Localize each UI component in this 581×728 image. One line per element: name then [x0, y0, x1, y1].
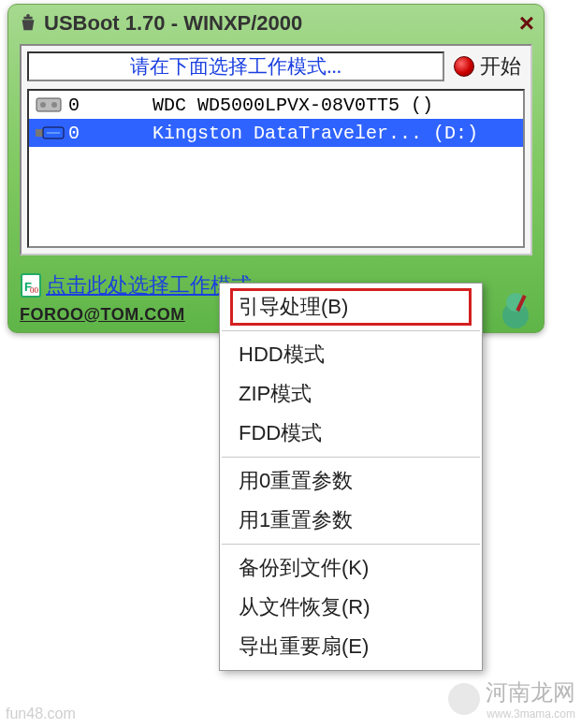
usb-icon	[18, 13, 38, 34]
svg-point-3	[51, 102, 57, 108]
top-row: 请在下面选择工作模式... 开始	[27, 51, 525, 81]
drive-index: 0	[66, 95, 153, 116]
menu-item[interactable]: 引导处理(B)	[220, 287, 482, 327]
menu-item[interactable]: HDD模式	[220, 335, 482, 374]
drive-index: 0	[66, 123, 153, 144]
menu-separator	[222, 544, 480, 545]
window-title: USBoot 1.70 - WINXP/2000	[44, 11, 302, 36]
watermark-cn: 河南龙网	[486, 679, 575, 705]
titlebar[interactable]: USBoot 1.70 - WINXP/2000 ×	[8, 5, 544, 42]
menu-item[interactable]: 备份到文件(K)	[220, 548, 482, 588]
svg-rect-4	[36, 129, 43, 137]
drive-row[interactable]: 0Kingston DataTraveler... (D:)	[29, 119, 523, 147]
svg-point-0	[26, 14, 30, 18]
instruction-box: 请在下面选择工作模式...	[27, 51, 444, 81]
usb-plug-icon	[35, 123, 66, 143]
watermark-right: 河南龙网 www.3mama.com	[448, 677, 575, 721]
close-icon[interactable]: ×	[519, 8, 534, 38]
start-label: 开始	[480, 52, 521, 80]
menu-separator	[222, 457, 480, 458]
menu-item[interactable]: 从文件恢复(R)	[220, 588, 482, 627]
hdd-icon	[35, 95, 66, 115]
main-panel: 请在下面选择工作模式... 开始 0WDC WD5000LPVX-08V0TT5…	[20, 44, 532, 255]
f00-icon: F00	[20, 272, 42, 298]
mode-link[interactable]: F00 点击此处选择工作模式	[20, 271, 252, 299]
drive-list[interactable]: 0WDC WD5000LPVX-08V0TT5 ()0Kingston Data…	[27, 89, 525, 248]
menu-item[interactable]: ZIP模式	[220, 374, 482, 414]
context-menu: 引导处理(B)HDD模式ZIP模式FDD模式用0重置参数用1重置参数备份到文件(…	[219, 283, 483, 671]
svg-text:00: 00	[30, 285, 39, 295]
menu-item[interactable]: 用0重置参数	[220, 461, 482, 501]
watermark-url: www.3mama.com	[486, 707, 575, 721]
drive-label: WDC WD5000LPVX-08V0TT5 ()	[153, 95, 433, 116]
menu-item[interactable]: FDD模式	[220, 414, 482, 453]
menu-item[interactable]: 用1重置参数	[220, 501, 482, 540]
start-button[interactable]: 开始	[450, 52, 525, 80]
drive-label: Kingston DataTraveler... (D:)	[153, 123, 478, 144]
email-link[interactable]: FOROO@TOM.COM	[20, 305, 252, 325]
svg-point-2	[40, 102, 46, 108]
menu-item[interactable]: 导出重要扇(E)	[220, 627, 482, 666]
svg-rect-1	[36, 98, 61, 111]
record-icon	[454, 56, 474, 77]
instruction-text: 请在下面选择工作模式...	[130, 53, 341, 80]
menu-separator	[222, 330, 480, 331]
drive-row[interactable]: 0WDC WD5000LPVX-08V0TT5 ()	[29, 91, 523, 119]
mascot-icon	[497, 289, 534, 330]
status-left: F00 点击此处选择工作模式 FOROO@TOM.COM	[20, 271, 252, 325]
watermark-left: fun48.com	[6, 706, 76, 722]
watermark-logo-icon	[448, 683, 480, 715]
